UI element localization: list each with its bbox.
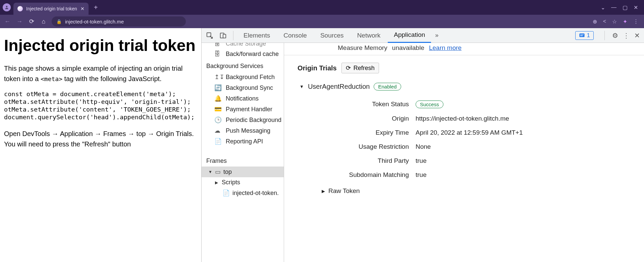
refresh-icon: ⟳ xyxy=(346,64,351,72)
sidebar-item-reporting-api[interactable]: 📄Reporting API xyxy=(202,136,284,147)
learn-more-link[interactable]: Learn more xyxy=(429,44,462,52)
sidebar-item-label: Back/forward cache xyxy=(226,51,279,58)
token-status-label: Token Status xyxy=(315,101,409,108)
extensions-icon[interactable]: ✦ xyxy=(623,18,627,25)
bell-icon: 🔔 xyxy=(214,95,222,102)
sidebar-item-label: Cache Storage xyxy=(226,43,266,47)
back-button: ← xyxy=(3,18,11,25)
reload-button[interactable]: ⟳ xyxy=(28,18,36,25)
database-icon: 🗄 xyxy=(214,51,222,58)
sidebar-item-label: Push Messaging xyxy=(226,127,270,134)
devtools-right-actions: 1 ⚙ ⋮ ✕ xyxy=(572,31,642,40)
third-party-value: true xyxy=(416,157,644,165)
frame-top[interactable]: ▼ ▭ top xyxy=(202,167,284,177)
expiry-value: April 20, 2022 at 12:59:59 AM GMT+1 xyxy=(416,129,644,136)
sidebar-item-label: Background Sync xyxy=(226,84,273,91)
devtools-panel: Elements Console Sources Network Applica… xyxy=(201,28,644,262)
refresh-button[interactable]: ⟳ Refresh xyxy=(341,63,379,73)
devtools-close-button[interactable]: ✕ xyxy=(634,31,640,40)
lock-icon: 🔒 xyxy=(56,19,62,24)
profile-icon xyxy=(4,5,9,10)
disclosure-triangle-icon[interactable]: ▶ xyxy=(215,180,219,185)
page-title: Injected origin trial token xyxy=(4,36,197,55)
address-bar[interactable]: 🔒 injected-ot-token.glitch.me xyxy=(52,16,186,26)
frame-scripts[interactable]: ▶ Scripts xyxy=(202,177,284,188)
browser-tab[interactable]: Injected origin trial token ✕ xyxy=(13,3,89,15)
sidebar-item-periodic-bg[interactable]: 🕒Periodic Background xyxy=(202,115,284,125)
minimize-button[interactable]: — xyxy=(611,4,616,11)
tab-console[interactable]: Console xyxy=(277,28,313,43)
trial-row[interactable]: ▼ UserAgentReduction Enabled xyxy=(300,83,644,90)
svg-rect-4 xyxy=(579,34,584,37)
sidebar-item-push-messaging[interactable]: ☁Push Messaging xyxy=(202,125,284,136)
svg-rect-6 xyxy=(580,36,583,36)
raw-token-row[interactable]: ▶ Raw Token xyxy=(300,179,644,195)
sidebar-item-payment-handler[interactable]: 💳Payment Handler xyxy=(202,104,284,115)
measure-memory-value: unavailable xyxy=(392,44,424,52)
sidebar-item-label: Background Fetch xyxy=(226,74,275,81)
separator xyxy=(233,31,233,40)
profile-avatar[interactable] xyxy=(3,3,11,11)
sidebar-heading-bg-services: Background Services xyxy=(202,59,284,72)
toolbar-actions: ⊕ < ☆ ✦ ⋮ xyxy=(593,18,641,25)
tab-application[interactable]: Application xyxy=(388,28,431,43)
raw-token-label: Raw Token xyxy=(328,187,360,195)
issues-count: 1 xyxy=(587,32,590,39)
frames-section: Frames ▼ ▭ top ▶ Scripts 📄 injected-ot-t… xyxy=(202,154,284,198)
origin-trials-title: Origin Trials xyxy=(298,64,337,72)
maximize-button[interactable]: ▢ xyxy=(623,4,628,11)
tab-sources[interactable]: Sources xyxy=(314,28,350,43)
forward-button: → xyxy=(15,18,23,25)
expiry-label: Expiry Time xyxy=(315,129,409,136)
inspect-element-button[interactable] xyxy=(204,29,216,42)
disclosure-triangle-icon[interactable]: ▼ xyxy=(300,84,304,89)
disclosure-triangle-icon[interactable]: ▼ xyxy=(208,170,212,174)
rendered-page: Injected origin trial token This page sh… xyxy=(0,28,201,262)
database-icon: 🗄 xyxy=(214,43,222,47)
devtools-tabbar: Elements Console Sources Network Applica… xyxy=(202,28,644,43)
sidebar-item-label: Notifications xyxy=(226,95,259,102)
content-area: Injected origin trial token This page sh… xyxy=(0,28,644,262)
devtools-settings-button[interactable]: ⚙ xyxy=(612,31,618,40)
sidebar-item-label: Payment Handler xyxy=(226,106,272,113)
tab-network[interactable]: Network xyxy=(351,28,387,43)
issues-button[interactable]: 1 xyxy=(575,31,594,40)
sidebar-item-bg-sync[interactable]: 🔄Background Sync xyxy=(202,82,284,93)
sidebar-item-cache-storage[interactable]: 🗄 Cache Storage xyxy=(202,43,284,49)
tab-strip: Injected origin trial token ✕ + ⌄ — ▢ ✕ xyxy=(0,0,644,15)
close-window-button[interactable]: ✕ xyxy=(634,4,638,11)
cloud-icon: ☁ xyxy=(214,127,222,134)
disclosure-triangle-icon[interactable]: ▶ xyxy=(322,189,325,194)
outro-paragraph: Open DevTools → Application → Frames → t… xyxy=(4,129,197,149)
sidebar-item-label: Periodic Background xyxy=(226,117,281,124)
frame-document[interactable]: 📄 injected-ot-token. xyxy=(202,188,284,198)
measure-memory-label: Measure Memory xyxy=(338,44,387,52)
sidebar-item-bf-cache[interactable]: 🗄 Back/forward cache xyxy=(202,49,284,59)
tab-title: Injected origin trial token xyxy=(26,6,77,11)
separator xyxy=(604,31,605,40)
tab-elements[interactable]: Elements xyxy=(237,28,276,43)
tabs-overflow-button[interactable]: » xyxy=(432,32,441,39)
frame-label: injected-ot-token. xyxy=(232,190,279,197)
devtools-body: 🗄 Cache Storage 🗄 Back/forward cache Bac… xyxy=(202,43,644,262)
devtools-menu-button[interactable]: ⋮ xyxy=(623,31,630,40)
share-icon[interactable]: < xyxy=(603,18,606,24)
origin-value: https://injected-ot-token.glitch.me xyxy=(416,115,644,122)
tab-search-icon[interactable]: ⌄ xyxy=(601,4,605,11)
sidebar-item-notifications[interactable]: 🔔Notifications xyxy=(202,93,284,104)
code-block: const otMeta = document.createElement('m… xyxy=(4,90,197,121)
success-badge: Success xyxy=(416,101,443,108)
zoom-icon[interactable]: ⊕ xyxy=(593,18,597,25)
tab-close-button[interactable]: ✕ xyxy=(80,6,85,11)
browser-chrome: Injected origin trial token ✕ + ⌄ — ▢ ✕ … xyxy=(0,0,644,28)
sidebar-item-bg-fetch[interactable]: ↥↧Background Fetch xyxy=(202,72,284,82)
new-tab-button[interactable]: + xyxy=(91,4,101,11)
intro-paragraph: This page shows a simple example of inje… xyxy=(4,63,197,84)
enabled-badge: Enabled xyxy=(374,83,401,90)
browser-menu-icon[interactable]: ⋮ xyxy=(633,18,639,25)
browser-toolbar: ← → ⟳ ⌂ 🔒 injected-ot-token.glitch.me ⊕ … xyxy=(0,15,644,28)
card-icon: 💳 xyxy=(214,106,222,113)
device-toggle-button[interactable] xyxy=(217,29,229,42)
bookmark-icon[interactable]: ☆ xyxy=(612,18,617,25)
home-button[interactable]: ⌂ xyxy=(40,18,48,25)
